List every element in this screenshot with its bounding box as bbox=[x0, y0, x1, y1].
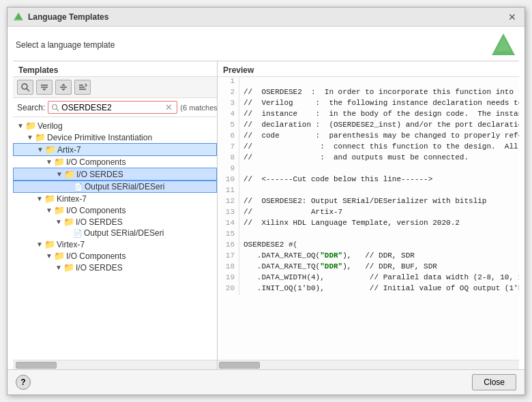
arrow-io-serdes-kintex: ▼ bbox=[54, 218, 63, 226]
node-label-io-serdes-virtex: I/O SERDES bbox=[76, 263, 123, 273]
folder-icon-io-comp-kintex: 📁 bbox=[54, 205, 65, 215]
folder-icon-io-serdes-kintex: 📁 bbox=[63, 217, 74, 227]
tree-node-io-serdes[interactable]: ▼ 📁 I/O SERDES bbox=[13, 168, 217, 181]
arrow-io-comp-artix: ▼ bbox=[44, 158, 54, 166]
arrow-io-serdes: ▼ bbox=[55, 170, 64, 178]
code-line-3: 3 // Verilog : the following instance de… bbox=[218, 99, 519, 110]
tree-node-virtex7[interactable]: ▼ 📁 Virtex-7 bbox=[13, 238, 217, 250]
templates-header: Templates bbox=[13, 61, 217, 77]
code-line-8: 8 // : and outputs must be connected. bbox=[218, 153, 519, 164]
code-line-19: 19 .DATA_WIDTH(4), // Parallel data widt… bbox=[218, 273, 519, 284]
code-line-6: 6 // code : parenthesis may be changed t… bbox=[218, 132, 519, 142]
search-clear-btn[interactable]: ✕ bbox=[164, 102, 174, 112]
tree-scrollbar-thumb[interactable] bbox=[16, 362, 57, 369]
node-label-dpi: Device Primitive Instantiation bbox=[47, 133, 152, 142]
tree-node-artix7[interactable]: ▼ 📁 Artix-7 bbox=[13, 143, 217, 156]
tree-node-verilog[interactable]: ▼ 📁 Verilog bbox=[13, 120, 217, 132]
folder-icon-kintex7: 📁 bbox=[44, 194, 55, 204]
match-count: (6 matches) bbox=[180, 104, 218, 112]
search-icon bbox=[20, 82, 30, 92]
search-toolbar-btn[interactable] bbox=[17, 80, 33, 95]
node-label-io-comp-artix: I/O Components bbox=[66, 157, 125, 167]
subtitle-area: Select a language template bbox=[8, 27, 524, 61]
code-line-2: 2 // OSERDESE2 : In order to incorporate… bbox=[218, 88, 519, 99]
tree-node-dpi[interactable]: ▼ 📁 Device Primitive Instantiation bbox=[13, 132, 217, 143]
code-line-18: 18 .DATA_RATE_TQ("DDR"), // DDR, BUF, SD… bbox=[218, 262, 519, 273]
code-line-15: 15 bbox=[218, 230, 519, 241]
code-area[interactable]: 1 2 // OSERDESE2 : In order to incorpora… bbox=[218, 77, 519, 360]
node-label-virtex7: Virtex-7 bbox=[57, 240, 85, 249]
node-label-verilog: Verilog bbox=[38, 121, 63, 131]
tree-node-kintex7[interactable]: ▼ 📁 Kintex-7 bbox=[13, 193, 217, 204]
arrow-dpi: ▼ bbox=[25, 134, 35, 141]
right-panel: Preview 1 2 // OSERDESE2 : In order to i… bbox=[218, 61, 519, 369]
tree-node-output-serial-kintex[interactable]: 📄 Output SERial/DESeri bbox=[13, 228, 217, 238]
expand-icon bbox=[59, 82, 68, 92]
code-line-9: 9 bbox=[218, 164, 519, 175]
folder-icon-io-serdes-virtex: 📁 bbox=[63, 262, 74, 273]
title-bar: Language Templates ✕ bbox=[8, 7, 524, 27]
arrow-io-comp-virtex: ▼ bbox=[44, 252, 54, 260]
code-line-20: 20 .INIT_OQ(1'b0), // Initial value of O… bbox=[218, 284, 519, 295]
tree-node-io-comp-artix[interactable]: ▼ 📁 I/O Components bbox=[13, 156, 217, 168]
code-line-5: 5 // declaration : (OSERDESE2_inst) and/… bbox=[218, 121, 519, 132]
search-input-icon bbox=[51, 104, 59, 112]
file-icon-output-serial: 📄 bbox=[74, 183, 83, 191]
node-label-output-serial: Output SERial/DESeri bbox=[85, 182, 164, 191]
search-row: Search: ✕ (6 matches) bbox=[13, 98, 217, 117]
search-input[interactable] bbox=[61, 103, 164, 112]
code-line-13: 13 // Artix-7 bbox=[218, 208, 519, 219]
sort-btn[interactable] bbox=[74, 80, 91, 95]
expand-all-btn[interactable] bbox=[55, 80, 72, 95]
folder-icon-dpi: 📁 bbox=[35, 132, 46, 142]
title-close-button[interactable]: ✕ bbox=[505, 12, 519, 22]
app-icon bbox=[13, 12, 24, 22]
arrow-io-comp-kintex: ▼ bbox=[44, 206, 54, 214]
code-line-1: 1 bbox=[218, 77, 519, 88]
help-button[interactable]: ? bbox=[16, 375, 31, 390]
code-line-17: 17 .DATA_RATE_OQ("DDR"), // DDR, SDR bbox=[218, 251, 519, 262]
tree-area[interactable]: ▼ 📁 Verilog ▼ 📁 Device Primitive Instant… bbox=[13, 117, 217, 360]
code-scrollbar-thumb[interactable] bbox=[219, 362, 260, 369]
folder-icon-io-comp-virtex: 📁 bbox=[54, 251, 65, 261]
tree-node-output-serial[interactable]: 📄 Output SERial/DESeri bbox=[13, 181, 217, 193]
tree-scrollbar-h[interactable] bbox=[13, 360, 217, 369]
node-label-io-comp-virtex: I/O Components bbox=[66, 251, 125, 261]
file-icon-output-serial-kintex: 📄 bbox=[73, 229, 83, 238]
code-scrollbar-h[interactable] bbox=[218, 360, 519, 369]
arrow-verilog: ▼ bbox=[16, 122, 25, 129]
language-templates-dialog: Language Templates ✕ Select a language t… bbox=[7, 7, 525, 395]
search-input-wrap: ✕ bbox=[48, 101, 177, 114]
code-line-14: 14 // Xilinx HDL Language Template, vers… bbox=[218, 219, 519, 230]
preview-header: Preview bbox=[218, 61, 519, 77]
node-label-output-serial-kintex: Output SERial/DESeri bbox=[84, 228, 164, 238]
close-button[interactable]: Close bbox=[472, 374, 516, 390]
code-line-16: 16 OSERDESE2 #( bbox=[218, 241, 519, 251]
search-label: Search: bbox=[17, 103, 45, 112]
arrow-virtex7: ▼ bbox=[35, 241, 44, 248]
node-label-artix7: Artix-7 bbox=[57, 145, 81, 155]
dialog-title: Language Templates bbox=[28, 12, 108, 22]
collapse-icon bbox=[40, 82, 49, 92]
code-line-12: 12 // OSERDESE2: Output SERial/DESeriali… bbox=[218, 197, 519, 208]
node-label-kintex7: Kintex-7 bbox=[57, 194, 87, 204]
arrow-kintex7: ▼ bbox=[35, 195, 44, 202]
svg-line-5 bbox=[27, 89, 29, 91]
title-bar-left: Language Templates bbox=[13, 12, 108, 22]
tree-node-io-comp-kintex[interactable]: ▼ 📁 I/O Components bbox=[13, 204, 217, 216]
tree-node-io-comp-virtex[interactable]: ▼ 📁 I/O Components bbox=[13, 250, 217, 262]
code-line-4: 4 // instance : in the body of the desig… bbox=[218, 110, 519, 121]
folder-icon-artix7: 📁 bbox=[45, 144, 56, 155]
xilinx-logo bbox=[490, 32, 516, 58]
left-panel: Templates bbox=[13, 61, 218, 369]
folder-icon-virtex7: 📁 bbox=[44, 239, 55, 249]
arrow-io-serdes-virtex: ▼ bbox=[54, 264, 63, 271]
tree-node-io-serdes-kintex[interactable]: ▼ 📁 I/O SERDES bbox=[13, 216, 217, 228]
code-line-7: 7 // : connect this function to the desi… bbox=[218, 142, 519, 153]
tree-node-io-serdes-virtex[interactable]: ▼ 📁 I/O SERDES bbox=[13, 262, 217, 273]
collapse-all-btn[interactable] bbox=[36, 80, 53, 95]
folder-icon-io-serdes: 📁 bbox=[64, 169, 75, 179]
folder-icon: 📁 bbox=[25, 121, 36, 131]
arrow-artix7: ▼ bbox=[35, 146, 45, 153]
bottom-bar: ? Close bbox=[8, 369, 524, 395]
